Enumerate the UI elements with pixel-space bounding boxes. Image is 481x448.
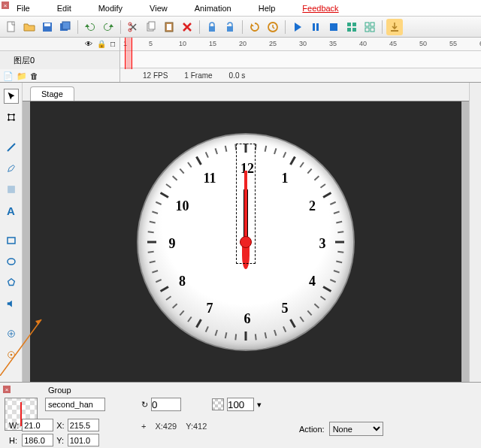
frame-count-label: 1 Frame — [184, 71, 212, 80]
menu-help[interactable]: Help — [245, 4, 289, 13]
width-input[interactable] — [22, 419, 53, 431]
export-button[interactable] — [386, 19, 403, 35]
svg-rect-26 — [8, 115, 14, 120]
alpha-dropdown-icon[interactable]: ▾ — [257, 400, 262, 410]
canvas[interactable]: 121234567891011 — [23, 101, 469, 382]
grid-icon[interactable] — [362, 19, 378, 35]
target-tool[interactable] — [4, 347, 19, 362]
object-name-input[interactable] — [45, 398, 105, 411]
mouse-y-readout: Y:412 — [186, 422, 207, 431]
clock-number: 7 — [207, 301, 213, 316]
svg-rect-0 — [8, 22, 14, 32]
timeline-frames[interactable] — [120, 51, 481, 69]
svg-rect-18 — [352, 23, 356, 26]
svg-point-37 — [10, 354, 12, 356]
play-button[interactable] — [289, 19, 306, 35]
crop-tool[interactable] — [4, 182, 19, 197]
alpha-swatch[interactable] — [212, 398, 224, 410]
plus-icon[interactable]: + — [141, 422, 146, 431]
svg-rect-22 — [371, 23, 374, 26]
action-select[interactable]: None — [329, 422, 383, 436]
svg-rect-32 — [8, 186, 14, 193]
menu-feedback[interactable]: Feedback — [289, 4, 352, 13]
copy-button[interactable] — [143, 19, 159, 35]
menu-file[interactable]: File — [3, 4, 44, 13]
eye-icon[interactable]: 👁 — [85, 40, 92, 48]
unlock-button[interactable] — [222, 19, 238, 35]
rect-tool[interactable] — [4, 233, 19, 248]
close-timeline-icon[interactable]: × — [2, 2, 9, 9]
mouse-x-readout: X:429 — [155, 422, 177, 431]
tool-palette: A — [0, 83, 23, 382]
height-input[interactable] — [22, 434, 53, 446]
menu-view[interactable]: View — [136, 4, 181, 13]
stage-tab[interactable]: Stage — [30, 86, 74, 101]
timeline-ruler[interactable]: 1 5 10 15 20 25 30 35 40 45 50 55 60 — [120, 38, 481, 51]
line-tool[interactable] — [4, 140, 19, 155]
transform-tool[interactable] — [4, 110, 19, 125]
stage-tabs: Stage — [23, 83, 469, 101]
x-input[interactable] — [68, 419, 99, 431]
clock-number: 8 — [179, 273, 186, 289]
refresh-button[interactable] — [247, 19, 263, 35]
lock-col-icon[interactable]: 🔒 — [97, 40, 106, 48]
clock-number: 6 — [244, 310, 251, 326]
playhead[interactable] — [125, 38, 132, 69]
history-button[interactable] — [265, 19, 281, 35]
open-file-button[interactable] — [21, 19, 38, 35]
alpha-input[interactable] — [227, 398, 254, 411]
svg-rect-25 — [391, 30, 398, 32]
menu-animation[interactable]: Animation — [181, 4, 245, 13]
svg-rect-12 — [227, 26, 233, 32]
clock-number: 10 — [175, 198, 189, 213]
selection-tool[interactable] — [4, 89, 19, 104]
y-input[interactable] — [68, 434, 99, 446]
clock-number: 4 — [309, 273, 316, 289]
svg-rect-21 — [365, 23, 369, 26]
svg-point-28 — [13, 114, 15, 116]
height-label: H: — [9, 436, 19, 445]
menu-edit[interactable]: Edit — [44, 4, 85, 13]
workspace: A Stage 121234567891011 — [0, 83, 481, 382]
timeline-status: 12 FPS 1 Frame 0.0 s — [120, 68, 481, 82]
selection-box[interactable] — [236, 144, 256, 264]
svg-rect-4 — [62, 22, 70, 29]
add-folder-icon[interactable]: 📁 — [17, 71, 27, 81]
svg-rect-19 — [347, 28, 351, 32]
pen-tool[interactable] — [4, 161, 19, 176]
ellipse-tool[interactable] — [4, 254, 19, 269]
save-all-button[interactable] — [57, 19, 74, 35]
redo-button[interactable] — [100, 19, 116, 35]
rotation-input[interactable] — [151, 398, 181, 411]
stop-button[interactable] — [325, 19, 342, 35]
pause-button[interactable] — [307, 19, 324, 35]
paste-button[interactable] — [161, 19, 177, 35]
add-layer-icon[interactable]: 📄 — [3, 71, 14, 81]
undo-button[interactable] — [82, 19, 98, 35]
new-file-button[interactable] — [3, 19, 20, 35]
layer-row[interactable]: 图层0 — [0, 51, 119, 69]
text-tool[interactable]: A — [4, 203, 19, 218]
outline-col-icon[interactable]: □ — [110, 40, 115, 48]
lock-button[interactable] — [204, 19, 220, 35]
add-anchor-tool[interactable] — [4, 326, 19, 341]
cut-button[interactable] — [125, 19, 141, 35]
close-props-icon[interactable]: × — [3, 386, 11, 393]
svg-rect-23 — [365, 28, 369, 32]
layers-icon[interactable] — [343, 19, 360, 35]
clock-number: 1 — [282, 170, 289, 186]
svg-rect-20 — [352, 28, 356, 32]
menu-modify[interactable]: Modify — [85, 4, 136, 13]
rotation-icon: ↻ — [141, 400, 148, 410]
clock-number: 5 — [282, 301, 289, 316]
save-button[interactable] — [39, 19, 56, 35]
sound-tool[interactable] — [4, 296, 19, 311]
svg-rect-8 — [149, 22, 155, 29]
polygon-tool[interactable] — [4, 275, 19, 290]
delete-button[interactable] — [179, 19, 195, 35]
group-type-label: Group — [48, 386, 71, 395]
layer-name: 图层0 — [14, 55, 35, 66]
clock-number: 11 — [203, 170, 216, 186]
vertical-scrollbar[interactable] — [469, 83, 481, 382]
delete-layer-icon[interactable]: 🗑 — [30, 71, 38, 80]
